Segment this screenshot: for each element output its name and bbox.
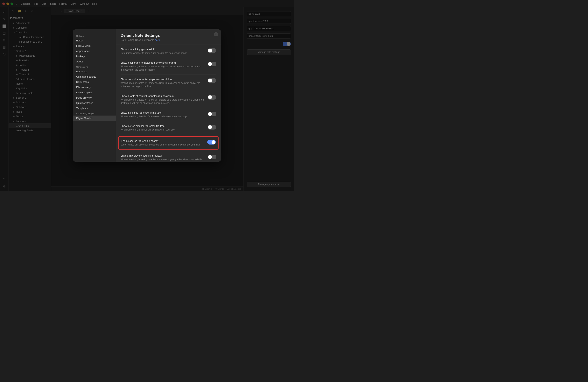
toggle-info-link-preview: Enable link preview (dg-link-preview) Wh… bbox=[121, 154, 205, 162]
settings-content-header: Default Note Settings Note Setting Docs … bbox=[116, 29, 221, 45]
settings-item-daily-notes[interactable]: Daily notes bbox=[73, 79, 116, 85]
settings-close-button[interactable]: × bbox=[214, 32, 218, 36]
toggle-switch-enable-search[interactable] bbox=[207, 140, 216, 145]
settings-title: Default Note Settings bbox=[121, 33, 216, 38]
toggle-label-home-link: Show home link (dg-home-link) bbox=[121, 48, 205, 51]
settings-item-command-palette[interactable]: Command palette bbox=[73, 74, 116, 79]
toggle-desc-inline-title: When turned on, the title of the note wi… bbox=[121, 115, 205, 118]
toggle-info-toc: Show a table of content for notes (dg-sh… bbox=[121, 95, 205, 105]
toggle-row-inline-title: Show inline title (dg-show-inline-title)… bbox=[121, 108, 216, 122]
toggle-desc-file-tree: When turned on, a filetree will be shown… bbox=[121, 128, 205, 131]
toggle-info-backlinks: Show backlinks for notes (dg-show-backli… bbox=[121, 78, 205, 88]
settings-item-backlinks[interactable]: Backlinks bbox=[73, 69, 116, 74]
settings-subtitle: Note Setting Docs is available here. bbox=[121, 39, 216, 42]
toggle-label-toc: Show a table of content for notes (dg-sh… bbox=[121, 95, 205, 97]
toggle-desc-home-link: Determines whether to show a link back t… bbox=[121, 52, 205, 55]
toggle-row-home-link: Show home link (dg-home-link) Determines… bbox=[121, 45, 216, 58]
settings-sidebar: Options Editor Files & Links Appearance … bbox=[73, 29, 116, 162]
settings-docs-link[interactable]: here. bbox=[155, 39, 161, 42]
settings-item-digital-garden[interactable]: Digital Garden bbox=[73, 116, 116, 121]
toggle-label-backlinks: Show backlinks for notes (dg-show-backli… bbox=[121, 78, 205, 81]
settings-content: × Default Note Settings Note Setting Doc… bbox=[116, 29, 221, 162]
modal-overlay[interactable]: Options Editor Files & Links Appearance … bbox=[0, 0, 294, 191]
toggle-switch-file-tree[interactable] bbox=[208, 125, 216, 129]
toggle-switch-link-preview[interactable] bbox=[208, 155, 216, 159]
settings-item-templates[interactable]: Templates bbox=[73, 106, 116, 111]
options-section-label: Options bbox=[73, 33, 116, 38]
settings-item-editor[interactable]: Editor bbox=[73, 38, 116, 43]
toggle-info-inline-title: Show inline title (dg-show-inline-title)… bbox=[121, 111, 205, 118]
toggle-desc-backlinks: When turned on, notes will show backlink… bbox=[121, 82, 205, 88]
toggle-row-local-graph: Show local graph for notes (dg-show-loca… bbox=[121, 58, 216, 75]
toggle-row-enable-search: Enable search (dg-enable-search) When tu… bbox=[118, 136, 219, 149]
toggle-switch-local-graph[interactable] bbox=[208, 62, 216, 66]
settings-item-hotkeys[interactable]: Hotkeys bbox=[73, 54, 116, 59]
settings-scroll-area[interactable]: Show home link (dg-home-link) Determines… bbox=[116, 45, 221, 162]
community-plugins-section-label: Community plugins bbox=[73, 111, 116, 116]
settings-item-files-links[interactable]: Files & Links bbox=[73, 43, 116, 48]
toggle-row-toc: Show a table of content for notes (dg-sh… bbox=[121, 91, 216, 108]
toggle-label-local-graph: Show local graph for notes (dg-show-loca… bbox=[121, 61, 205, 64]
settings-item-about[interactable]: About bbox=[73, 59, 116, 64]
toggle-desc-toc: When turned on, notes will show all head… bbox=[121, 98, 205, 105]
toggle-info-file-tree: Show filetree sidebar (dg-show-file-tree… bbox=[121, 125, 205, 131]
toggle-switch-inline-title[interactable] bbox=[208, 112, 216, 116]
settings-item-note-composer[interactable]: Note composer bbox=[73, 90, 116, 95]
toggle-desc-local-graph: When turned on, notes will show its loca… bbox=[121, 65, 205, 72]
toggle-row-file-tree: Show filetree sidebar (dg-show-file-tree… bbox=[121, 121, 216, 135]
toggle-switch-home-link[interactable] bbox=[208, 48, 216, 53]
toggle-desc-link-preview: When turned on, hovering over links to n… bbox=[121, 158, 205, 162]
toggle-row-backlinks: Show backlinks for notes (dg-show-backli… bbox=[121, 75, 216, 91]
toggle-label-file-tree: Show filetree sidebar (dg-show-file-tree… bbox=[121, 125, 205, 127]
settings-item-page-preview[interactable]: Page preview bbox=[73, 95, 116, 100]
toggle-info-enable-search: Enable search (dg-enable-search) When tu… bbox=[121, 139, 204, 147]
toggle-info-local-graph: Show local graph for notes (dg-show-loca… bbox=[121, 61, 205, 72]
settings-item-quick-switcher[interactable]: Quick switcher bbox=[73, 100, 116, 106]
toggle-info-home-link: Show home link (dg-home-link) Determines… bbox=[121, 48, 205, 55]
toggle-desc-enable-search: When turned on, users will be able to se… bbox=[121, 143, 204, 147]
toggle-switch-toc[interactable] bbox=[208, 95, 216, 100]
toggle-label-inline-title: Show inline title (dg-show-inline-title) bbox=[121, 111, 205, 114]
settings-item-appearance[interactable]: Appearance bbox=[73, 48, 116, 54]
settings-item-file-recovery[interactable]: File recovery bbox=[73, 85, 116, 90]
toggle-label-enable-search: Enable search (dg-enable-search) bbox=[121, 139, 204, 142]
toggle-row-link-preview: Enable link preview (dg-link-preview) Wh… bbox=[121, 151, 216, 162]
toggle-switch-backlinks[interactable] bbox=[208, 78, 216, 83]
settings-modal: Options Editor Files & Links Appearance … bbox=[73, 29, 221, 162]
toggle-label-link-preview: Enable link preview (dg-link-preview) bbox=[121, 154, 205, 157]
core-plugins-section-label: Core plugins bbox=[73, 64, 116, 69]
